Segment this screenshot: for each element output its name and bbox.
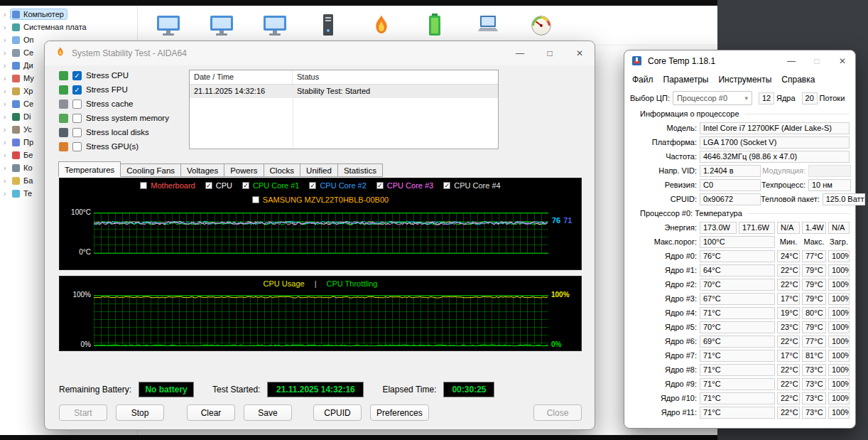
core-max-box: 73°C (802, 378, 826, 390)
tree-item-content: Di (11, 112, 33, 122)
legend-checkbox-cpu-core-3[interactable]: ✓ (376, 182, 384, 189)
coretemp-title: Core Temp 1.18.1 (648, 56, 715, 66)
fpu-icon (59, 85, 68, 95)
battery-status-box: No battery (139, 382, 194, 397)
menu-справка[interactable]: Справка (776, 75, 820, 85)
usage-axis-top-label: 100% (63, 291, 91, 299)
checkbox-stress-cpu[interactable]: ✓ (72, 71, 82, 80)
legend-checkbox-cpu-core-1[interactable]: ✓ (242, 182, 249, 189)
monitor-icon[interactable] (207, 10, 236, 41)
checkbox-stress-cache[interactable] (72, 100, 82, 109)
tree-item-icon (12, 151, 20, 159)
tower-icon[interactable] (314, 10, 342, 41)
stress-option-label: Stress system memory (86, 114, 169, 122)
chevron-right-icon: › (4, 11, 11, 18)
table-row[interactable]: 21.11.2025 14:32:16Stability Test: Start… (190, 85, 498, 98)
table-column-divider (293, 85, 293, 149)
monitor-icon[interactable] (154, 10, 183, 41)
coretemp-menubar: ФайлПараметрыИнструментыСправка (624, 72, 855, 87)
log-table[interactable]: Date / TimeStatus 21.11.2025 14:32:16Sta… (189, 70, 499, 149)
close-button[interactable]: ✕ (830, 50, 855, 72)
tab-temperatures[interactable]: Temperatures (58, 161, 121, 177)
minimize-button[interactable]: — (505, 41, 535, 65)
legend-checkbox-cpu-core-2[interactable]: ✓ (309, 182, 316, 189)
temperature-plot (94, 213, 548, 254)
thread-count-box: 20 (802, 92, 818, 104)
info-label: Ревизия: (629, 181, 700, 189)
tab-unified[interactable]: Unified (300, 163, 338, 177)
chevron-right-icon: › (4, 151, 11, 159)
menu-файл[interactable]: Файл (627, 75, 658, 85)
chevron-right-icon: › (4, 75, 11, 82)
info-value-box: Intel Core i7 12700KF (Alder Lake-S) (700, 122, 850, 134)
close-button[interactable]: ✕ (565, 41, 595, 65)
log-column-header[interactable]: Status (293, 70, 498, 84)
clear-button[interactable]: Clear (187, 404, 235, 421)
toolbar (139, 6, 717, 45)
tree-item-icon (12, 164, 20, 172)
checkbox-stress-local-disks[interactable] (72, 128, 82, 137)
legend-checkbox-cpu[interactable]: ✓ (205, 182, 212, 189)
cpu-select-label: Выбор ЦП: (630, 94, 670, 102)
core-label: Ядро #5: (629, 323, 700, 331)
core-load-box: 100% (828, 279, 850, 291)
sidebar-item-label: Пр (23, 138, 33, 146)
readout-value: 71 (563, 216, 572, 225)
core-temp-box: 67°C (700, 293, 775, 305)
core-load-box: 100% (828, 364, 850, 376)
legend-checkbox-motherboard[interactable] (140, 182, 147, 189)
stop-button[interactable]: Stop (116, 404, 164, 421)
core-label: Ядро #9: (629, 380, 700, 388)
minimize-button[interactable]: — (779, 50, 804, 72)
stability-test-dialog: System Stability Test - AIDA64 —□✕ ✓Stre… (44, 41, 595, 430)
checkbox-stress-fpu[interactable]: ✓ (72, 85, 82, 95)
memory-icon (59, 114, 68, 123)
legend-checkbox-cpu-core-4[interactable]: ✓ (443, 182, 450, 189)
battery-label: Remaining Battery: (59, 385, 131, 395)
core-min-box: 24°C (777, 250, 800, 262)
cpuid-button[interactable]: CPUID (313, 404, 362, 421)
sidebar-item-label: Di (23, 112, 31, 121)
core-max-box: 77°C (802, 336, 826, 348)
battery-icon[interactable] (421, 10, 449, 41)
tree-item-icon (12, 100, 20, 108)
monitor-icon[interactable] (261, 10, 289, 41)
tab-voltages[interactable]: Voltages (180, 163, 224, 177)
chevron-right-icon: › (4, 190, 11, 198)
tree-item-content: Ди (11, 60, 36, 70)
maximize-button[interactable]: □ (535, 41, 565, 65)
preferences-button[interactable]: Preferences (370, 404, 429, 421)
flame-icon[interactable] (367, 10, 396, 41)
sidebar-item-label: Ба (23, 176, 33, 185)
info-label: CPUID: (629, 195, 700, 203)
core-temp-row: Ядро #7:71°C17°C81°C100% (629, 348, 851, 363)
tree-item-icon (12, 113, 20, 121)
tab-powers[interactable]: Powers (224, 163, 264, 177)
cpu-selector-dropdown[interactable]: Процессор #0 ▾ (673, 91, 752, 105)
sidebar-item-label: Ко (23, 163, 33, 172)
log-column-header[interactable]: Date / Time (190, 70, 293, 84)
legend-checkbox-samsung-mzvl22t0hblb-00b00[interactable] (252, 196, 259, 203)
menu-инструменты[interactable]: Инструменты (713, 75, 776, 85)
readout-value: 76 (552, 216, 560, 225)
dialog-titlebar[interactable]: System Stability Test - AIDA64 —□✕ (45, 41, 595, 65)
checkbox-stress-system-memory[interactable] (72, 114, 82, 123)
tree-item-content: Те (11, 188, 35, 198)
gauge-icon[interactable] (527, 10, 555, 41)
checkbox-stress-gpu-s[interactable] (72, 142, 82, 151)
tab-cooling-fans[interactable]: Cooling Fans (120, 163, 181, 177)
tab-clocks[interactable]: Clocks (264, 163, 301, 177)
laptop-icon[interactable] (474, 10, 502, 41)
coretemp-titlebar[interactable]: Core Temp 1.18.1 —□✕ (624, 50, 855, 72)
tab-statistics[interactable]: Statistics (337, 163, 383, 177)
save-button[interactable]: Save (244, 404, 292, 421)
sidebar-item-label: Ди (23, 61, 33, 70)
menu-параметры[interactable]: Параметры (658, 75, 714, 85)
core-label: Ядро #0: (629, 252, 700, 260)
info-value-box: C0 (700, 179, 761, 191)
sidebar-item-системная-плата[interactable]: ›Системная плата (0, 21, 137, 33)
sidebar-item-компьютер[interactable]: ›Компьютер (0, 8, 137, 21)
core-min-box: 22°C (777, 364, 800, 376)
info-value-box-2 (808, 165, 851, 177)
tree-item-content: Ус (11, 124, 35, 134)
